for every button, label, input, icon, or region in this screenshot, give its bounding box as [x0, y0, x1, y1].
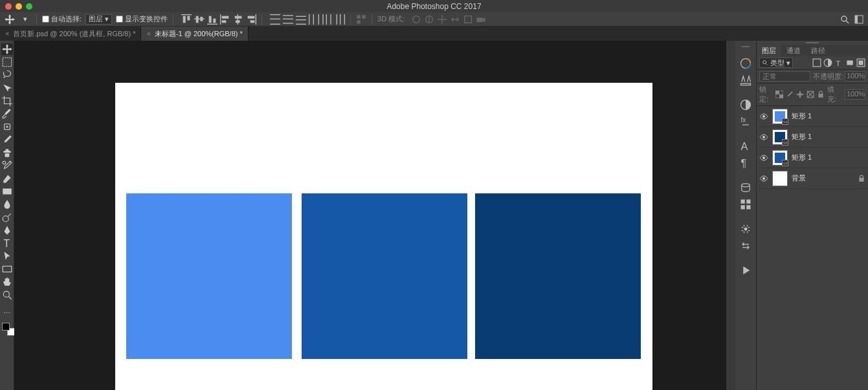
move-tool[interactable]	[1, 43, 13, 55]
layer-thumbnail[interactable]: ▭	[772, 109, 788, 124]
layer-row[interactable]: ▭矩形 1	[757, 147, 868, 168]
layer-row[interactable]: 背景	[757, 168, 868, 189]
close-tab-icon[interactable]: ×	[5, 30, 9, 38]
color-swatches[interactable]	[2, 323, 12, 333]
libraries-panel-icon[interactable]	[739, 181, 752, 194]
brush-tool[interactable]	[1, 134, 13, 146]
filter-type-select[interactable]: 类型 ▾	[759, 58, 793, 68]
actions-panel-icon[interactable]	[739, 239, 752, 252]
visibility-toggle-icon[interactable]	[759, 153, 768, 162]
dodge-tool[interactable]	[1, 211, 13, 223]
auto-align-icon[interactable]	[356, 14, 366, 25]
zoom-tool[interactable]	[1, 289, 13, 301]
pen-tool[interactable]	[1, 224, 13, 236]
healing-tool[interactable]	[1, 121, 13, 133]
maximize-window-button[interactable]	[26, 3, 32, 10]
character-panel-icon[interactable]: A	[739, 140, 752, 153]
styles-panel-icon[interactable]: fx	[739, 115, 752, 128]
layer-name[interactable]: 背景	[792, 173, 806, 183]
swatches-panel-icon[interactable]	[739, 74, 752, 87]
gradient-tool[interactable]	[1, 186, 13, 197]
align-left-icon[interactable]	[220, 14, 230, 25]
path-select-tool[interactable]	[1, 250, 13, 262]
layer-name[interactable]: 矩形 1	[792, 111, 812, 121]
vertical-scrollbar[interactable]	[726, 41, 735, 390]
visibility-toggle-icon[interactable]	[759, 133, 768, 142]
align-vcenter-icon[interactable]	[194, 14, 205, 25]
lock-icon[interactable]	[858, 175, 865, 182]
close-tab-icon[interactable]: ×	[146, 30, 150, 38]
minimize-window-button[interactable]	[16, 3, 22, 10]
distribute-left-icon[interactable]	[309, 14, 319, 25]
type-tool[interactable]: T	[1, 237, 13, 249]
distribute-right-icon[interactable]	[335, 14, 345, 25]
distribute-vcenter-icon[interactable]	[283, 14, 293, 25]
layer-name[interactable]: 矩形 1	[792, 132, 812, 142]
auto-select-target[interactable]: 图层 ▾	[85, 14, 112, 25]
marquee-tool[interactable]	[1, 56, 13, 68]
color-panel-icon[interactable]	[739, 57, 752, 70]
close-window-button[interactable]	[5, 3, 12, 10]
quick-select-tool[interactable]	[1, 82, 13, 94]
search-icon[interactable]	[840, 14, 850, 25]
layer-thumbnail[interactable]	[772, 171, 788, 186]
lock-all-icon[interactable]	[817, 91, 825, 98]
camera-3d-icon[interactable]	[476, 14, 486, 25]
filter-adjustment-icon[interactable]	[823, 58, 832, 67]
workspace-switcher-icon[interactable]	[854, 14, 864, 25]
rectangle-tool[interactable]	[1, 263, 13, 275]
play-panel-icon[interactable]	[739, 264, 752, 277]
move-tool-indicator[interactable]	[4, 14, 16, 25]
layer-name[interactable]: 矩形 1	[792, 153, 812, 162]
adjustments-panel-icon[interactable]	[739, 98, 752, 111]
align-right-icon[interactable]	[246, 14, 256, 25]
tab-paths[interactable]: 路径	[806, 45, 830, 56]
eraser-tool[interactable]	[1, 173, 13, 184]
layer-thumbnail[interactable]: ▭	[772, 129, 788, 145]
slide-3d-icon[interactable]	[450, 14, 460, 25]
rectangle-shape[interactable]	[126, 193, 292, 359]
history-panel-icon[interactable]	[739, 222, 752, 235]
orbit-3d-icon[interactable]	[411, 14, 421, 25]
history-brush-tool[interactable]	[1, 160, 13, 171]
filter-shape-icon[interactable]	[845, 58, 854, 67]
opacity-input[interactable]: 100%	[845, 71, 865, 81]
distribute-hcenter-icon[interactable]	[322, 14, 332, 25]
auto-select-checkbox[interactable]: 自动选择:	[42, 14, 82, 24]
hand-tool[interactable]	[1, 276, 13, 288]
rectangle-shape[interactable]	[302, 193, 467, 359]
layer-row[interactable]: ▭矩形 1	[757, 127, 868, 147]
crop-tool[interactable]	[1, 95, 13, 107]
canvas[interactable]	[115, 83, 652, 390]
filter-smart-icon[interactable]	[856, 58, 865, 67]
fill-input[interactable]: 100%	[845, 89, 865, 100]
tool-preset-dropdown[interactable]: ▾	[19, 14, 31, 25]
edit-toolbar-icon[interactable]: ⋯	[1, 307, 13, 319]
panel-drag-handle[interactable]	[739, 46, 752, 48]
show-transform-checkbox[interactable]: 显示变换控件	[116, 14, 168, 24]
lock-artboard-icon[interactable]	[807, 91, 814, 98]
document-tab[interactable]: × 未标题-1 @ 200%(RGB/8) *	[141, 27, 248, 41]
lasso-tool[interactable]	[1, 69, 13, 81]
lock-image-icon[interactable]	[786, 91, 794, 98]
visibility-toggle-icon[interactable]	[759, 112, 768, 121]
tab-channels[interactable]: 通道	[781, 45, 806, 56]
clone-stamp-tool[interactable]	[1, 147, 13, 158]
blur-tool[interactable]	[1, 199, 13, 210]
layer-row[interactable]: ▭矩形 1	[757, 106, 868, 127]
lock-position-icon[interactable]	[796, 91, 804, 98]
properties-panel-icon[interactable]	[739, 198, 752, 211]
filter-pixel-icon[interactable]	[812, 58, 821, 67]
distribute-top-icon[interactable]	[270, 14, 280, 25]
eyedropper-tool[interactable]	[1, 108, 13, 120]
pan-3d-icon[interactable]	[437, 14, 447, 25]
visibility-toggle-icon[interactable]	[759, 174, 768, 183]
align-top-icon[interactable]	[181, 14, 192, 25]
foreground-color-swatch[interactable]	[2, 323, 10, 330]
layer-thumbnail[interactable]: ▭	[772, 150, 788, 166]
align-hcenter-icon[interactable]	[233, 14, 243, 25]
tab-layers[interactable]: 图层	[757, 45, 781, 56]
align-bottom-icon[interactable]	[207, 14, 217, 25]
document-tab[interactable]: × 首页新.psd @ 200% (道具框, RGB/8) *	[0, 27, 141, 41]
blend-mode-select[interactable]: 正常	[759, 71, 810, 81]
